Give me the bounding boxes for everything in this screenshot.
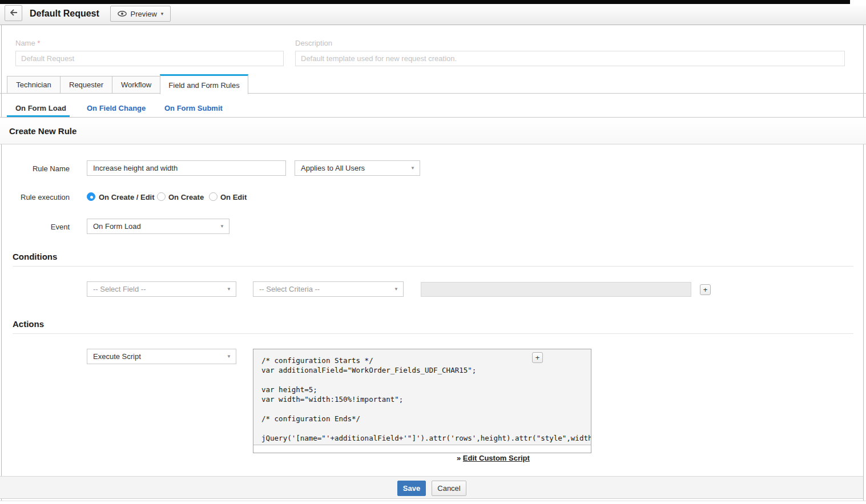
conditions-section-title: Conditions [13,252,57,261]
add-condition-button[interactable]: + [700,284,711,295]
chevron-down-icon: ▼ [227,287,231,292]
radio-on-edit[interactable] [209,192,217,201]
tab-requester[interactable]: Requester [60,76,112,94]
footer-bar: Save Cancel [0,476,863,499]
left-border [1,4,2,501]
subtab-on-form-load-active[interactable]: On Form Load [15,104,66,112]
tab-label: Field and Form Rules [168,81,239,90]
back-arrow-icon [10,8,18,18]
script-editor-box[interactable]: /* configuration Starts */ var additiona… [253,349,591,453]
event-value: On Form Load [93,222,141,231]
edit-custom-script-link[interactable]: » Edit Custom Script [457,454,530,462]
radio-on-create-label: On Create [168,193,204,201]
scrollbar-track-border [863,25,864,501]
select-field-placeholder: -- Select Field -- [93,285,146,293]
save-button[interactable]: Save [397,481,426,496]
description-input[interactable] [295,51,845,66]
subtab-on-field-change[interactable]: On Field Change [87,104,146,112]
rule-execution-label: Rule execution [0,193,70,201]
preview-button-label: Preview [131,10,157,18]
script-code: /* configuration Starts */ var additiona… [253,349,591,443]
select-field-dropdown[interactable]: -- Select Field -- ▼ [87,281,236,297]
cancel-button[interactable]: Cancel [432,481,466,496]
applies-to-value: Applies to All Users [301,164,365,172]
double-angle-icon: » [457,454,461,462]
radio-on-create-edit-label: On Create / Edit [99,193,155,201]
required-asterisk: * [37,39,40,47]
chevron-down-icon: ▾ [161,11,164,17]
action-type-value: Execute Script [93,352,141,361]
radio-on-edit-label: On Edit [220,193,247,201]
select-criteria-dropdown[interactable]: -- Select Criteria -- ▼ [253,281,404,297]
conditions-divider [13,266,853,267]
rule-name-label: Rule Name [0,164,70,173]
active-subtab-underline [7,115,70,117]
actions-divider [13,333,853,334]
name-label-text: Name [15,39,35,47]
back-button[interactable] [5,5,22,21]
rule-name-input[interactable] [87,160,286,176]
create-rule-section-header: Create New Rule [0,118,866,144]
template-editor-page: Default Request Preview ▾ Name * Descrip… [0,0,866,504]
page-title: Default Request [30,4,99,23]
chevron-down-icon: ▼ [410,166,415,171]
name-input[interactable] [15,51,284,66]
tab-label: Workflow [121,80,151,89]
event-label: Event [0,223,70,231]
tab-label: Technician [16,80,51,89]
radio-on-create-edit[interactable] [87,192,95,201]
chevron-down-icon: ▼ [394,287,398,292]
radio-on-create[interactable] [157,192,166,201]
action-type-select[interactable]: Execute Script ▼ [87,349,236,364]
description-label: Description [295,39,332,47]
chevron-down-icon: ▼ [220,224,224,229]
edit-custom-script-label: Edit Custom Script [463,454,530,462]
tab-technician[interactable]: Technician [7,76,61,94]
eye-icon [118,10,127,18]
tab-label: Requester [69,80,103,89]
header-bar: Default Request Preview ▾ [0,4,866,25]
section-title: Create New Rule [9,118,76,144]
name-label: Name * [15,39,40,47]
preview-button[interactable]: Preview ▾ [110,6,171,22]
condition-value-input [421,282,691,297]
subtab-on-form-submit[interactable]: On Form Submit [164,104,223,112]
actions-section-title: Actions [13,319,44,329]
tab-field-and-form-rules-active[interactable]: Field and Form Rules [160,74,248,94]
script-content-area: /* configuration Starts */ var additiona… [253,349,591,445]
tab-workflow[interactable]: Workflow [112,76,160,94]
event-select[interactable]: On Form Load ▼ [87,219,229,234]
applies-to-select[interactable]: Applies to All Users ▼ [295,160,420,176]
bottom-border [0,501,866,501]
chevron-down-icon: ▼ [227,354,231,359]
top-black-bar [0,0,850,4]
add-action-button[interactable]: + [532,352,543,363]
select-criteria-placeholder: -- Select Criteria -- [259,285,320,293]
